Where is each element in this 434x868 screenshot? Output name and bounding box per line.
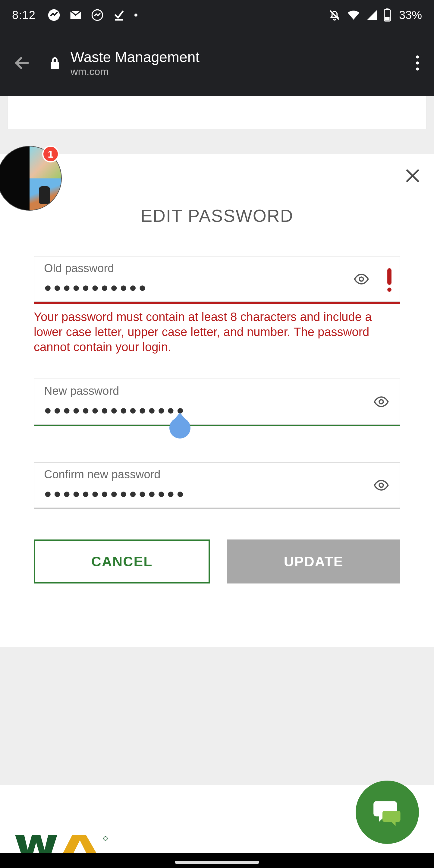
wifi-icon: [347, 8, 361, 22]
messenger-icon: [91, 9, 104, 22]
back-icon[interactable]: [13, 54, 31, 72]
eye-icon[interactable]: [373, 477, 390, 493]
svg-point-11: [379, 483, 383, 487]
close-icon[interactable]: [403, 166, 422, 185]
gmail-icon: [69, 9, 82, 22]
old-password-label: Old password: [44, 262, 390, 275]
lock-icon: [49, 56, 61, 70]
old-password-field[interactable]: Old password ●●●●●●●●●●●: [34, 256, 400, 302]
chat-fab[interactable]: [355, 781, 419, 844]
text-cursor-handle-icon[interactable]: [169, 417, 190, 438]
dnd-off-icon: [328, 8, 341, 22]
svg-point-7: [359, 277, 364, 281]
svg-point-9: [387, 287, 392, 292]
new-password-label: New password: [44, 384, 390, 398]
status-time: 8:12: [12, 9, 36, 22]
eye-icon[interactable]: [353, 271, 370, 287]
messenger-notif-icon: [48, 9, 60, 22]
eye-icon[interactable]: [373, 394, 390, 410]
status-bar: 8:12: [0, 0, 434, 30]
update-button[interactable]: UPDATE: [227, 539, 400, 584]
battery-icon: [383, 8, 391, 22]
modal-title: EDIT PASSWORD: [0, 206, 434, 226]
page-title: Waste Management: [70, 49, 413, 66]
confirm-password-label: Confirm new password: [44, 468, 390, 481]
new-password-value: ●●●●●●●●●●●●●●●: [44, 403, 390, 417]
edit-password-modal: EDIT PASSWORD Old password ●●●●●●●●●●● Y…: [0, 154, 434, 647]
neutral-underline: [34, 508, 400, 509]
svg-rect-4: [386, 8, 389, 10]
battery-percent: 33%: [399, 9, 422, 22]
confirm-password-field[interactable]: Confirm new password ●●●●●●●●●●●●●●●: [34, 462, 400, 508]
cancel-button[interactable]: CANCEL: [34, 539, 210, 584]
cell-signal-icon: [366, 9, 378, 21]
confirm-password-value: ●●●●●●●●●●●●●●●: [44, 487, 390, 501]
page-header-strip: [7, 96, 427, 129]
svg-point-12: [104, 837, 107, 840]
error-underline: [34, 302, 400, 304]
old-password-value: ●●●●●●●●●●●: [44, 280, 390, 295]
svg-rect-5: [385, 17, 390, 21]
svg-point-10: [379, 400, 383, 404]
svg-rect-8: [387, 268, 392, 285]
password-error-text: Your password must contain at least 8 ch…: [34, 309, 400, 354]
chathead-badge: 1: [42, 146, 59, 162]
error-icon: [378, 256, 400, 303]
browser-bar: Waste Management wm.com: [0, 30, 434, 96]
download-done-icon: [113, 9, 125, 22]
page-url: wm.com: [70, 66, 413, 78]
browser-menu-icon[interactable]: [413, 53, 422, 73]
svg-rect-6: [51, 62, 59, 69]
new-password-field[interactable]: New password ●●●●●●●●●●●●●●●: [34, 378, 400, 425]
gesture-bar[interactable]: [0, 853, 434, 868]
more-notif-icon: [134, 13, 137, 17]
